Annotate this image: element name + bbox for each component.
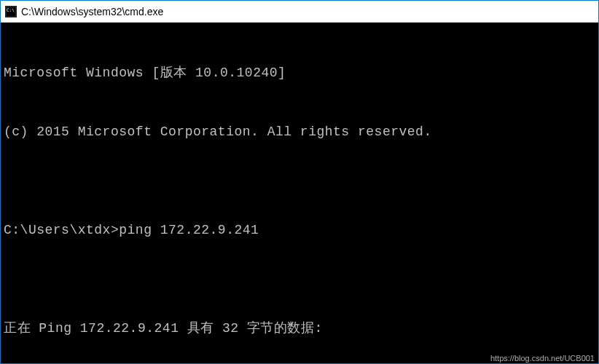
svg-text:C:\: C:\ [7,7,15,12]
terminal-line: Microsoft Windows [版本 10.0.10240] [4,63,595,83]
terminal-output[interactable]: Microsoft Windows [版本 10.0.10240] (c) 20… [1,23,598,363]
terminal-line: C:\Users\xtdx>ping 172.22.9.241 [4,221,595,240]
terminal-line: (c) 2015 Microsoft Corporation. All righ… [4,122,595,142]
terminal-line: 正在 Ping 172.22.9.241 具有 32 字节的数据: [4,319,595,339]
watermark: https://blog.csdn.net/UCB001 [490,354,595,363]
cmd-icon: C:\ [5,6,17,17]
cmd-window: C:\ C:\Windows\system32\cmd.exe Microsof… [0,0,599,364]
window-title: C:\Windows\system32\cmd.exe [21,6,163,17]
titlebar[interactable]: C:\ C:\Windows\system32\cmd.exe [1,1,598,23]
